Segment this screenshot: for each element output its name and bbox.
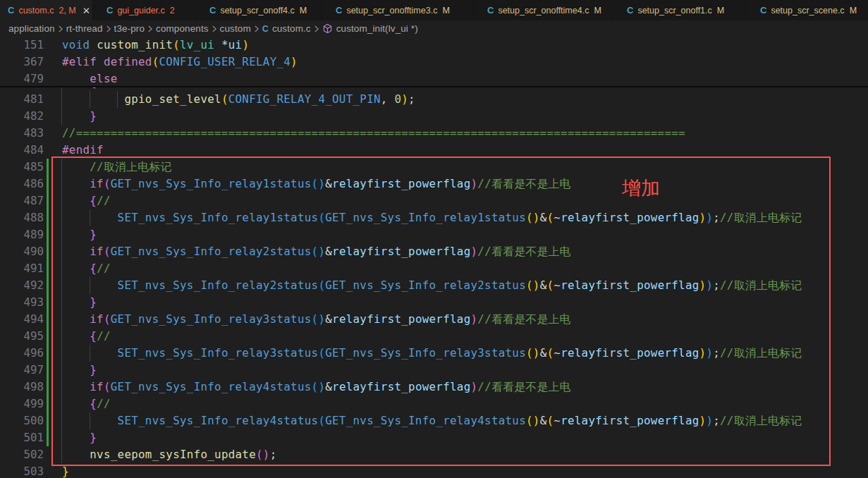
code-line-151[interactable]: 151void custom_init(lv_ui *ui) bbox=[0, 37, 868, 54]
git-added-gutter bbox=[47, 209, 49, 226]
code-line-500[interactable]: 500 SET_nvs_Sys_Info_relay4status(GET_nv… bbox=[0, 412, 868, 429]
git-added-gutter bbox=[47, 192, 49, 209]
code-line-482[interactable]: 482 } bbox=[0, 108, 868, 125]
tab-setup_scr_onofftime4-c[interactable]: Csetup_scr_onofftime4.cM bbox=[474, 0, 613, 20]
git-added-gutter bbox=[47, 379, 49, 396]
code-line-479[interactable]: 479 else bbox=[0, 71, 868, 87]
c-file-icon: C bbox=[627, 5, 633, 16]
git-added-gutter bbox=[47, 311, 49, 328]
breadcrumb-chevron-icon bbox=[56, 24, 66, 34]
git-added-gutter bbox=[47, 412, 49, 429]
git-added-gutter bbox=[47, 226, 49, 243]
c-file-icon: C bbox=[106, 5, 113, 16]
git-added-gutter bbox=[47, 159, 49, 176]
breadcrumb-item[interactable]: rt-thread bbox=[66, 23, 103, 34]
breadcrumb-chevron-icon bbox=[209, 24, 219, 34]
breadcrumb-file[interactable]: custom.c bbox=[272, 23, 311, 34]
c-file-icon: C bbox=[8, 5, 14, 16]
code-line-497[interactable]: 497 } bbox=[0, 362, 868, 379]
code-line-486[interactable]: 486 if(GET_nvs_Sys_Info_relay1status()&r… bbox=[0, 176, 868, 192]
git-added-gutter bbox=[47, 328, 49, 345]
code-line-498[interactable]: 498 if(GET_nvs_Sys_Info_relay4status()&r… bbox=[0, 379, 868, 396]
breadcrumb-chevron-icon bbox=[312, 24, 322, 34]
code-line-484[interactable]: 484#endif bbox=[0, 142, 868, 159]
c-file-icon: C bbox=[262, 24, 269, 34]
annotation-label: 增加 bbox=[622, 177, 660, 200]
git-added-gutter bbox=[47, 176, 49, 192]
c-file-icon: C bbox=[487, 5, 494, 16]
code-line-503[interactable]: 503} bbox=[0, 463, 868, 478]
code-line-490[interactable]: 490 if(GET_nvs_Sys_Info_relay2status()&r… bbox=[0, 243, 868, 260]
code-line-488[interactable]: 488 SET_nvs_Sys_Info_relay1status(GET_nv… bbox=[0, 209, 868, 226]
code-line-496[interactable]: 496 SET_nvs_Sys_Info_relay3status(GET_nv… bbox=[0, 345, 868, 362]
tab-bar: Ccustom.c2, M✕Cgui_guider.c2Csetup_scr_o… bbox=[0, 0, 868, 20]
git-added-gutter bbox=[47, 362, 49, 379]
c-file-icon: C bbox=[336, 5, 342, 16]
code-line-502[interactable]: 502 nvs_eepom_sysInfo_update(); bbox=[0, 446, 868, 463]
code-line-493[interactable]: 493 } bbox=[0, 294, 868, 311]
breadcrumb: applicationrt-threadt3e-procomponentscus… bbox=[0, 20, 868, 37]
git-added-gutter bbox=[47, 345, 49, 362]
code-line-487[interactable]: 487 {// bbox=[0, 192, 868, 209]
code-line-495[interactable]: 495 {// bbox=[0, 328, 868, 345]
breadcrumb-chevron-icon bbox=[145, 24, 155, 34]
breadcrumb-chevron-icon bbox=[104, 24, 114, 34]
breadcrumb-chevron-icon bbox=[252, 24, 262, 34]
code-line-485[interactable]: 485 //取消上电标记 bbox=[0, 159, 868, 176]
git-added-gutter bbox=[47, 277, 49, 294]
git-added-gutter bbox=[47, 429, 49, 446]
tab-setup_scr_onoff4-c[interactable]: Csetup_scr_onoff4.cM bbox=[196, 0, 322, 20]
tab-custom-c[interactable]: Ccustom.c2, M✕ bbox=[0, 0, 93, 20]
code-line-499[interactable]: 499 {// bbox=[0, 396, 868, 412]
tab-setup_scr_onoff1-c[interactable]: Csetup_scr_onoff1.cM bbox=[613, 0, 747, 20]
git-added-gutter bbox=[47, 396, 49, 412]
breadcrumb-item[interactable]: application bbox=[8, 23, 55, 34]
breadcrumb-item[interactable]: custom bbox=[220, 23, 251, 34]
tab-gui_guider-c[interactable]: Cgui_guider.c2 bbox=[93, 0, 196, 20]
code-line-494[interactable]: 494 if(GET_nvs_Sys_Info_relay3status()&r… bbox=[0, 311, 868, 328]
c-file-icon: C bbox=[760, 5, 766, 16]
code-line-492[interactable]: 492 SET_nvs_Sys_Info_relay2status(GET_nv… bbox=[0, 277, 868, 294]
tab-setup_scr_onofftime3-c[interactable]: Csetup_scr_onofftime3.cM bbox=[322, 0, 474, 20]
c-file-icon: C bbox=[209, 5, 216, 16]
code-line-481[interactable]: 481 gpio_set_level(CONFIG_RELAY_4_OUT_PI… bbox=[0, 91, 868, 108]
code-line-489[interactable]: 489 } bbox=[0, 226, 868, 243]
git-added-gutter bbox=[47, 243, 49, 260]
code-line-367[interactable]: 367#elif defined(CONFIG_USER_RELAY_4) bbox=[0, 54, 868, 71]
symbol-method-icon bbox=[322, 23, 333, 34]
git-added-gutter bbox=[47, 294, 49, 311]
code-line-491[interactable]: 491 {// bbox=[0, 260, 868, 277]
tab-setup_scr_scene-c[interactable]: Csetup_scr_scene.cM bbox=[747, 0, 857, 20]
breadcrumb-symbol[interactable]: custom_init(lv_ui *) bbox=[336, 23, 418, 34]
code-line-483[interactable]: 483//===================================… bbox=[0, 125, 868, 142]
breadcrumb-item[interactable]: components bbox=[156, 23, 209, 34]
git-added-gutter bbox=[47, 260, 49, 277]
close-icon[interactable]: ✕ bbox=[82, 5, 90, 16]
sticky-scroll: 151void custom_init(lv_ui *ui)367#elif d… bbox=[0, 37, 868, 87]
code-line-501[interactable]: 501 } bbox=[0, 429, 868, 446]
breadcrumb-item[interactable]: t3e-pro bbox=[114, 23, 145, 34]
